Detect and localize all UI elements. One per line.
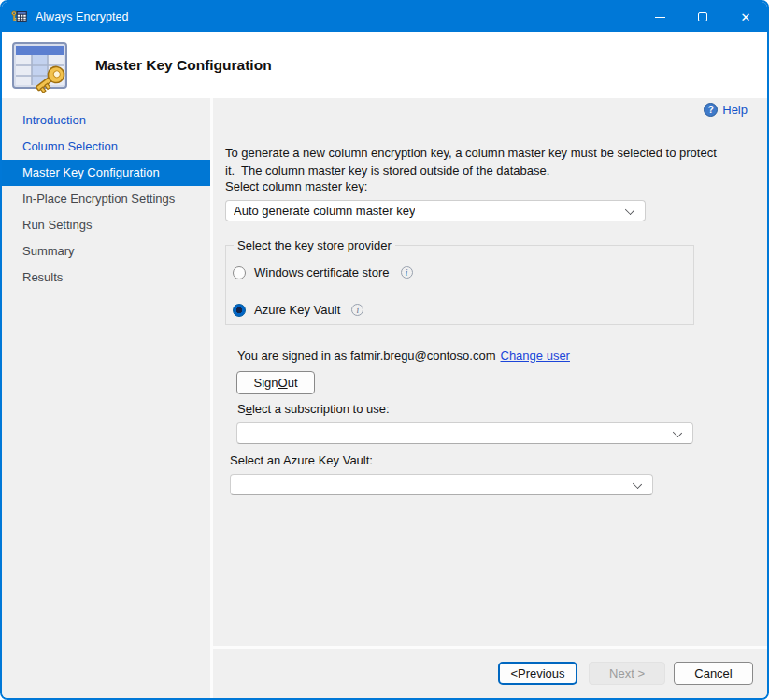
master-key-label: Select column master key: xyxy=(225,179,367,193)
change-user-link[interactable]: Change user xyxy=(501,349,570,363)
subscription-dropdown[interactable] xyxy=(236,422,693,444)
sidebar-item-introduction[interactable]: Introduction xyxy=(2,107,210,134)
footer-button-bar: < Previous Next > Cancel xyxy=(213,649,767,698)
window-title: Always Encrypted xyxy=(36,10,638,23)
signed-in-text: You are signed in as fatmir.bregu@contos… xyxy=(237,349,496,363)
wizard-header: Master Key Configuration xyxy=(2,32,767,98)
info-icon[interactable]: i xyxy=(351,304,363,316)
minimize-button[interactable] xyxy=(638,2,681,32)
next-button: Next > xyxy=(589,662,665,685)
page-description: To generate a new column encryption key,… xyxy=(225,144,722,179)
sign-out-button[interactable]: Sign Out xyxy=(236,371,315,394)
always-encrypted-window: Always Encrypted ✕ Master Key Configurat xyxy=(0,0,769,700)
sidebar-item-column-selection[interactable]: Column Selection xyxy=(2,134,210,160)
page-title: Master Key Configuration xyxy=(95,57,272,74)
sidebar-item-in-place-encryption-settings: In-Place Encryption Settings xyxy=(2,186,210,212)
chevron-down-icon xyxy=(673,428,682,437)
vault-label: Select an Azure Key Vault: xyxy=(230,453,373,467)
key-store-provider-group: Select the key store provider Windows ce… xyxy=(225,238,694,325)
azure-key-vault-label: Azure Key Vault xyxy=(254,303,340,317)
main-area: Introduction Column Selection Master Key… xyxy=(2,98,767,698)
minimize-icon xyxy=(655,17,665,18)
table-key-icon xyxy=(10,39,69,93)
sidebar-item-run-settings: Run Settings xyxy=(2,212,210,238)
sign-out-label-post: ut xyxy=(288,376,298,390)
sidebar-item-results: Results xyxy=(2,264,210,291)
windows-certificate-store-radio[interactable]: Windows certificate store i xyxy=(233,265,413,279)
info-icon[interactable]: i xyxy=(401,266,413,279)
help-label: Help xyxy=(722,103,748,117)
subscription-label: Select a subscription to use: xyxy=(237,402,390,416)
sign-out-mnemonic: O xyxy=(278,376,288,390)
chevron-down-icon xyxy=(625,206,634,215)
master-key-value: Auto generate column master key xyxy=(234,204,415,218)
help-icon: ? xyxy=(704,103,718,117)
chevron-down-icon xyxy=(633,479,642,489)
cancel-button[interactable]: Cancel xyxy=(674,662,753,685)
wizard-steps-sidebar: Introduction Column Selection Master Key… xyxy=(2,98,210,698)
master-key-dropdown[interactable]: Auto generate column master key xyxy=(225,200,646,221)
maximize-icon xyxy=(698,12,707,21)
sidebar-item-master-key-configuration[interactable]: Master Key Configuration xyxy=(2,160,210,186)
help-link[interactable]: ? Help xyxy=(704,103,748,117)
app-table-key-icon xyxy=(11,9,27,24)
radio-unchecked-icon xyxy=(233,266,246,279)
close-button[interactable]: ✕ xyxy=(724,2,767,32)
maximize-button[interactable] xyxy=(681,2,724,32)
right-column: ? Help To generate a new column encrypti… xyxy=(213,98,767,698)
close-icon: ✕ xyxy=(741,11,751,23)
sidebar-item-summary: Summary xyxy=(2,238,210,264)
azure-key-vault-dropdown[interactable] xyxy=(230,474,653,495)
azure-key-vault-radio[interactable]: Azure Key Vault i xyxy=(233,303,363,317)
signed-in-row: You are signed in as fatmir.bregu@contos… xyxy=(237,349,570,363)
master-key-configuration-page: ? Help To generate a new column encrypti… xyxy=(213,98,767,646)
radio-checked-icon xyxy=(233,304,246,317)
key-store-provider-legend: Select the key store provider xyxy=(234,238,395,252)
titlebar: Always Encrypted ✕ xyxy=(2,2,767,32)
sign-out-label: Sign xyxy=(254,376,278,390)
windows-certificate-store-label: Windows certificate store xyxy=(254,265,390,279)
previous-button[interactable]: < Previous xyxy=(498,662,577,685)
